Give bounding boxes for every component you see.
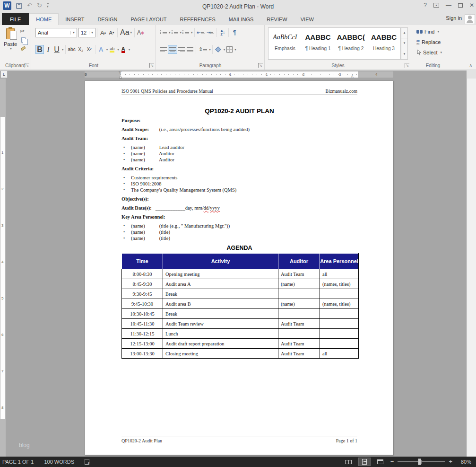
agenda-header-cell[interactable]: Time: [122, 254, 163, 269]
ribbon-tab[interactable]: HOME: [29, 13, 59, 25]
style-item[interactable]: AABBC Heading 3: [367, 28, 400, 59]
replace-button[interactable]: abac Replace: [416, 38, 442, 46]
shrink-font-button[interactable]: A▾: [107, 28, 116, 37]
cell-area[interactable]: [320, 319, 359, 329]
doc-line[interactable]: • Key Area Personnel:: [121, 214, 357, 220]
proofing-errors-icon[interactable]: [85, 459, 89, 465]
cell-auditor[interactable]: Audit Team: [278, 319, 320, 329]
align-left-button[interactable]: [159, 45, 168, 54]
grow-font-button[interactable]: A▴: [99, 28, 107, 37]
paragraph-dialog-launcher-icon[interactable]: ↘: [258, 63, 263, 68]
paste-button[interactable]: Paste ▾: [2, 28, 18, 58]
cell-area[interactable]: [320, 329, 359, 339]
justify-button[interactable]: [186, 45, 194, 54]
cell-activity[interactable]: Audit area A: [163, 279, 278, 289]
cell-activity[interactable]: Break: [163, 289, 278, 299]
numbering-button[interactable]: [171, 28, 179, 37]
page-header-left[interactable]: ISO 9001 QMS Policies and Procedures Man…: [121, 88, 213, 94]
strikethrough-button[interactable]: abc: [67, 45, 77, 54]
doc-line[interactable]: • (name) Lead auditor: [121, 144, 357, 150]
agenda-header-cell[interactable]: Area Personnel: [320, 254, 359, 269]
cell-activity[interactable]: Closing meeting: [163, 349, 278, 359]
cell-area[interactable]: (names, titles): [320, 299, 359, 309]
cell-activity[interactable]: Audit Team review: [163, 319, 278, 329]
highlight-button[interactable]: ab: [108, 45, 116, 54]
zoom-slider[interactable]: [398, 461, 445, 462]
ribbon-tab[interactable]: PAGE LAYOUT: [124, 13, 173, 25]
agenda-header-cell[interactable]: Auditor: [278, 254, 320, 269]
font-size-combo[interactable]: 12 ▾: [78, 28, 95, 37]
cell-time[interactable]: 8:45-9:30: [122, 279, 163, 289]
sort-button[interactable]: AZ↓: [218, 28, 227, 37]
style-item[interactable]: AaBbCcI Emphasis: [268, 28, 302, 59]
gallery-down-icon[interactable]: ▼: [401, 38, 408, 49]
cell-activity[interactable]: Break: [163, 309, 278, 319]
font-name-combo[interactable]: Arial ▾: [35, 28, 77, 37]
styles-dialog-launcher-icon[interactable]: ↘: [405, 63, 409, 68]
doc-line[interactable]: • Audit Team:: [121, 135, 357, 141]
cell-area[interactable]: all: [320, 349, 359, 359]
cell-auditor[interactable]: (name): [278, 279, 320, 289]
page-footer[interactable]: QP1020-2 Audit Plan Page 1 of 1: [121, 437, 357, 443]
cell-time[interactable]: 9:45-10:30: [122, 299, 163, 309]
cell-auditor[interactable]: [278, 289, 320, 299]
doc-line[interactable]: • Audit Scope: (i.e., areas/processes/fu…: [121, 126, 357, 132]
multilevel-dropdown-icon[interactable]: ▾: [191, 31, 193, 35]
help-icon[interactable]: ?: [424, 2, 427, 9]
multilevel-list-button[interactable]: [182, 28, 190, 37]
style-item[interactable]: AABBC( ¶ Heading 2: [335, 28, 368, 59]
sign-in-link[interactable]: Sign in: [446, 15, 462, 21]
bold-button[interactable]: B: [35, 45, 44, 54]
cell-area[interactable]: all: [320, 269, 359, 279]
cell-time[interactable]: 10:45-11:30: [122, 319, 163, 329]
font-size-dropdown-icon[interactable]: ▾: [89, 31, 95, 35]
minimize-icon[interactable]: —: [446, 2, 451, 9]
cell-time[interactable]: 11:30-12:15: [122, 329, 163, 339]
close-icon[interactable]: ✕: [469, 2, 474, 9]
doc-line[interactable]: • (name) (title (e.g., " Manufacturing M…: [121, 223, 357, 229]
page-header-right[interactable]: Bizmanualz.com: [326, 88, 357, 94]
cell-auditor[interactable]: (name): [278, 299, 320, 309]
cell-auditor[interactable]: [278, 309, 320, 319]
line-spacing-button[interactable]: ⇕: [198, 45, 208, 54]
font-dialog-launcher-icon[interactable]: ↘: [149, 63, 154, 68]
select-button[interactable]: Select ▾: [416, 48, 442, 57]
doc-line[interactable]: • The Company's Quality Management Syste…: [121, 187, 357, 193]
right-indent-marker[interactable]: △: [351, 74, 354, 79]
vertical-scrollbar[interactable]: [467, 79, 476, 457]
show-hide-marks-button[interactable]: ¶: [230, 28, 239, 37]
document-title[interactable]: QP1020-2 AUDIT PLAN: [121, 107, 357, 115]
doc-line[interactable]: • Customer requirements: [121, 175, 357, 181]
cell-area[interactable]: [320, 339, 359, 349]
superscript-button[interactable]: X²: [85, 45, 94, 54]
cell-time[interactable]: 9:30-9:45: [122, 289, 163, 299]
cell-auditor[interactable]: Audit Team: [278, 269, 320, 279]
cell-area[interactable]: (names, titles): [320, 279, 359, 289]
cell-area[interactable]: [320, 309, 359, 319]
zoom-out-button[interactable]: −: [390, 459, 394, 464]
document-page[interactable]: ISO 9001 QMS Policies and Procedures Man…: [85, 80, 393, 455]
format-painter-icon[interactable]: [20, 46, 26, 51]
cell-activity[interactable]: Opening meeting: [163, 269, 278, 279]
line-spacing-dropdown-icon[interactable]: ▾: [209, 48, 211, 52]
doc-line[interactable]: • Audit Criteria:: [121, 166, 357, 172]
select-dropdown-icon[interactable]: ▾: [441, 51, 442, 54]
ribbon-tab[interactable]: INSERT: [59, 13, 91, 25]
clipboard-dialog-launcher-icon[interactable]: ↘: [25, 63, 29, 68]
italic-button[interactable]: I: [44, 45, 52, 54]
align-center-button[interactable]: [168, 45, 177, 54]
cell-activity[interactable]: Audit draft report preparation: [163, 339, 278, 349]
ribbon-tab[interactable]: MAILINGS: [222, 13, 260, 25]
cell-time[interactable]: 12:15-13:00: [122, 339, 163, 349]
paste-dropdown-icon[interactable]: ▾: [3, 47, 18, 51]
page-indicator[interactable]: PAGE 1 OF 1: [2, 459, 34, 465]
ribbon-tab[interactable]: DESIGN: [91, 13, 124, 25]
shading-button[interactable]: [214, 45, 223, 54]
read-mode-button[interactable]: [342, 458, 355, 466]
date-blank[interactable]: ____________: [156, 205, 185, 211]
cell-auditor[interactable]: Audit Team: [278, 339, 320, 349]
audit-date-line[interactable]: Audit Date(s): ____________day, mm/dd/yy…: [121, 205, 357, 211]
web-layout-button[interactable]: [374, 458, 387, 466]
print-layout-button[interactable]: [358, 458, 371, 466]
zoom-in-button[interactable]: +: [449, 459, 452, 464]
